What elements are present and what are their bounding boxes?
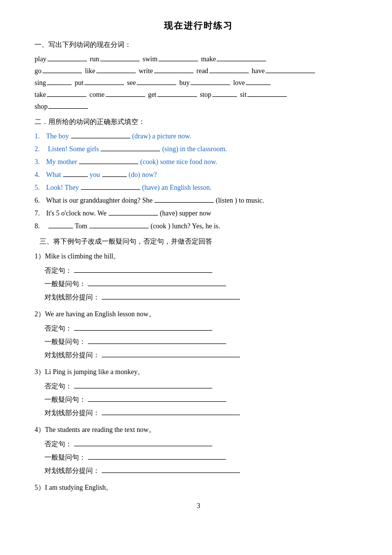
ex-item-5: 5. Look! They (have) an English lesson. [35,182,362,192]
word-like: like [85,65,137,75]
ex-item-3: 3. My mother (cook) some nice food now. [35,156,362,166]
section3-title: 三、将下例句子改成一般疑问句，否定句，并做否定回答 [35,237,362,246]
q4-negation: 否定句： [35,438,362,449]
page-number: 3 [35,502,362,510]
section1-row2: go like write read have [35,65,362,75]
ex-item-2: 2. Listen! Some girls (sing) in the clas… [35,143,362,153]
ex-item-1: 1. The boy (draw) a picture now. [35,130,362,140]
word-sing: sing [35,77,73,87]
q-block-4: 4）The students are reading the text now。… [35,426,362,475]
word-sit: sit [240,89,288,99]
section1: 一、写出下列动词的现在分词： play run swim make go lik… [35,41,362,111]
q-block-5: 5）I am studying English。 [35,483,362,492]
q1-special-q: 对划线部分提问： [35,292,362,302]
word-come: come [89,89,146,99]
q1-negation: 否定句： [35,265,362,275]
q3-special-q: 对划线部分提问： [35,407,362,418]
q2-special-q: 对划线部分提问： [35,349,362,360]
q-block-3: 3）Li Ping is jumping like a monkey。 否定句：… [35,368,362,418]
q4-general-q: 一般疑问句： [35,452,362,462]
section1-row3: sing put see buy love [35,77,362,87]
word-stop: stop [200,89,238,99]
q4-special-q: 对划线部分提问： [35,465,362,475]
section1-row5: shop [35,101,362,111]
section1-row1: play run swim make [35,53,362,63]
q3-general-q: 一般疑问句： [35,394,362,404]
word-get: get [148,89,198,99]
ex-item-8: 8. Tom(cook ) lunch? Yes, he is. [35,220,362,230]
q-block-1: 1）Mike is climbing the hill。 否定句： 一般疑问句：… [35,252,362,302]
word-play: play [35,53,88,63]
q2-negation: 否定句： [35,323,362,333]
ex-item-6: 6. What is our granddaughter doing? She … [35,195,362,205]
q5-stem: 5）I am studying English。 [35,483,362,492]
word-take: take [35,89,87,99]
word-see: see [127,77,177,87]
ex-item-4: 4. What you (do) now? [35,169,362,179]
word-shop: shop [35,101,89,111]
section2: 二．用所给的动词的正确形式填空： 1. The boy (draw) a pic… [35,118,362,230]
section2-title: 二．用所给的动词的正确形式填空： [35,118,362,127]
word-love: love [233,77,272,87]
section1-title: 一、写出下列动词的现在分词： [35,41,362,49]
word-make: make [201,53,267,63]
q1-stem: 1）Mike is climbing the hill。 [35,252,362,261]
q2-general-q: 一般疑问句： [35,336,362,346]
page-title: 现在进行时练习 [35,20,362,32]
word-write: write [139,65,195,75]
word-have: have [252,65,316,75]
word-put: put [75,77,125,87]
q2-stem: 2）We are having an English lesson now。 [35,310,362,319]
word-buy: buy [179,77,231,87]
word-swim: swim [143,53,199,63]
word-run: run [90,53,141,63]
section3: 三、将下例句子改成一般疑问句，否定句，并做否定回答 1）Mike is clim… [35,237,362,492]
word-go: go [35,65,83,75]
q4-stem: 4）The students are reading the text now。 [35,426,362,434]
exercise-list: 1. The boy (draw) a picture now. 2. List… [35,130,362,230]
word-read: read [196,65,250,75]
q1-general-q: 一般疑问句： [35,278,362,289]
section1-row4: take come get stop sit [35,89,362,99]
q3-stem: 3）Li Ping is jumping like a monkey。 [35,368,362,377]
ex-item-7: 7. It's 5 o'clock now. We (have) supper … [35,208,362,217]
q-block-2: 2）We are having an English lesson now。 否… [35,310,362,360]
q3-negation: 否定句： [35,381,362,391]
